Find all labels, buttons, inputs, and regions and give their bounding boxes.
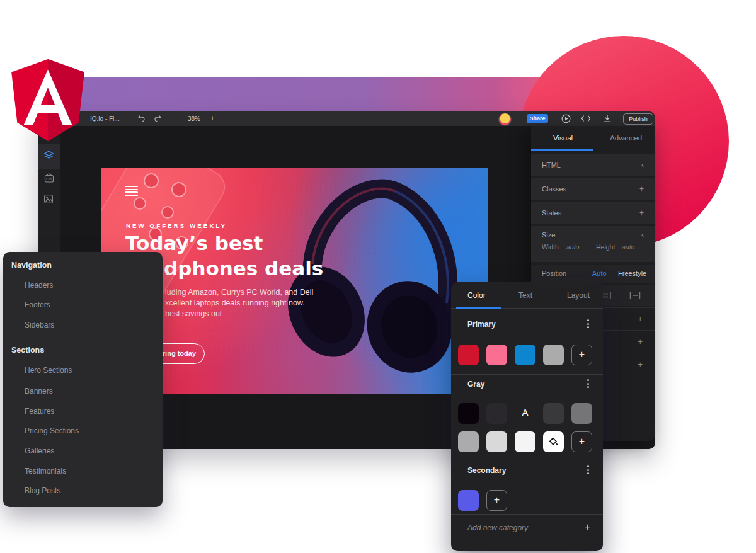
position-row: Position Auto Freestyle	[531, 265, 655, 283]
nav-item-galleries[interactable]: Galleries	[25, 447, 54, 455]
section-classes[interactable]: Classes +	[531, 178, 655, 200]
section-html[interactable]: HTML ‹	[531, 154, 655, 176]
color-swatch[interactable]	[543, 403, 564, 424]
artwork-stage: IQ.io - Fi... − 38% + Share Publish	[0, 0, 756, 553]
nav-item-footers[interactable]: Footers	[25, 300, 50, 309]
color-swatch[interactable]	[458, 490, 479, 511]
add-category-label[interactable]: Add new category	[467, 523, 528, 532]
height-label: Height	[596, 243, 615, 251]
nav-item-sidebars[interactable]: Sidebars	[25, 321, 54, 329]
color-swatch[interactable]	[515, 345, 536, 365]
components-navigation-panel: Navigation Headers Footers Sidebars Sect…	[3, 252, 163, 507]
nav-item-banners[interactable]: Banners	[25, 387, 53, 396]
add-color-button[interactable]: +	[571, 345, 592, 365]
position-auto-option[interactable]: Auto	[592, 270, 607, 277]
add-icon[interactable]: +	[638, 337, 643, 346]
color-swatch[interactable]	[458, 431, 479, 452]
tab-visual[interactable]: Visual	[553, 134, 573, 142]
layers-icon[interactable]	[43, 150, 54, 161]
collapse-chevron-icon[interactable]: ‹	[641, 232, 644, 238]
primary-swatch-row: +	[458, 345, 592, 365]
zoom-in-button[interactable]: +	[210, 114, 214, 122]
angular-logo	[8, 52, 88, 148]
window-title: IQ.io - Fi...	[90, 115, 120, 122]
preview-play-icon[interactable]	[561, 114, 571, 123]
css-assets-icon[interactable]: CSS	[43, 173, 55, 183]
nav-item-hero-sections[interactable]: Hero Sections	[25, 366, 72, 375]
section-states[interactable]: States +	[531, 202, 655, 224]
add-color-button[interactable]: +	[486, 490, 507, 511]
fill-bucket-swatch[interactable]	[543, 431, 564, 452]
tab-layout[interactable]: Layout	[567, 291, 590, 300]
color-swatch[interactable]	[543, 345, 564, 365]
nav-group-title: Navigation	[11, 261, 52, 270]
hero-body-line: luding Amazon, Currys PC World, and Dell	[165, 287, 313, 298]
nav-item-testimonials[interactable]: Testimonials	[25, 467, 66, 476]
tab-text[interactable]: Text	[518, 291, 532, 300]
align-left-icon[interactable]	[602, 291, 613, 300]
collapse-chevron-icon[interactable]: ‹	[641, 162, 644, 168]
hamburger-menu-icon[interactable]	[125, 186, 138, 197]
kebab-menu-icon[interactable]	[587, 319, 590, 330]
category-primary: Primary	[467, 320, 496, 329]
color-swatch[interactable]	[486, 431, 507, 452]
hero-body-text: luding Amazon, Currys PC World, and Dell…	[165, 287, 313, 319]
category-gray: Gray	[467, 380, 484, 389]
nav-item-headers[interactable]: Headers	[25, 281, 53, 290]
add-color-button[interactable]: +	[571, 431, 592, 452]
add-icon[interactable]: +	[639, 208, 644, 217]
window-toolbar: IQ.io - Fi... − 38% + Share Publish	[38, 111, 655, 126]
nav-item-pricing-sections[interactable]: Pricing Sections	[25, 426, 79, 435]
hero-body-line: xcellent laptops deals running right now…	[165, 298, 313, 309]
width-value[interactable]: auto	[566, 243, 579, 251]
color-swatch[interactable]	[458, 345, 479, 365]
download-icon[interactable]	[603, 114, 612, 123]
tab-advanced[interactable]: Advanced	[610, 134, 642, 142]
color-swatch[interactable]	[458, 403, 479, 424]
zoom-level: 38%	[188, 115, 200, 122]
angular-shield-icon	[8, 52, 88, 148]
color-swatch[interactable]	[486, 345, 507, 365]
user-avatar[interactable]	[498, 113, 512, 126]
svg-text:CSS: CSS	[46, 178, 52, 181]
hero-body-line: best savings out	[165, 309, 313, 319]
redo-icon[interactable]	[154, 115, 162, 122]
width-label: Width	[542, 243, 559, 251]
color-swatch[interactable]	[515, 431, 536, 452]
position-freestyle-option[interactable]: Freestyle	[618, 270, 646, 277]
color-swatch[interactable]	[486, 403, 507, 424]
image-asset-icon[interactable]	[43, 194, 54, 204]
section-label: Classes	[542, 185, 566, 193]
divider	[451, 374, 603, 375]
section-size[interactable]: Size ‹ Width auto Height auto	[531, 226, 655, 262]
align-distribute-icon[interactable]	[629, 291, 641, 300]
zoom-out-button[interactable]: −	[176, 114, 180, 122]
color-swatch[interactable]	[571, 403, 592, 424]
add-icon[interactable]: +	[639, 185, 644, 193]
active-tab-underline	[531, 149, 593, 151]
height-value[interactable]: auto	[622, 243, 634, 251]
hero-headline-line2: dphones deals	[164, 257, 323, 280]
divider	[451, 514, 603, 515]
share-button[interactable]: Share	[527, 114, 548, 123]
tab-color[interactable]: Color	[467, 291, 486, 300]
kebab-menu-icon[interactable]	[587, 465, 590, 476]
add-category-plus-icon[interactable]: +	[585, 522, 590, 533]
gray-swatch-row-1: A	[458, 403, 592, 424]
divider	[451, 460, 603, 460]
text-swatch-letter: A	[522, 407, 528, 418]
section-label: States	[542, 209, 561, 217]
undo-icon[interactable]	[137, 115, 146, 122]
add-icon[interactable]: +	[638, 314, 643, 324]
publish-button[interactable]: Publish	[623, 113, 653, 125]
nav-group-title: Sections	[11, 346, 44, 355]
text-style-swatch[interactable]: A	[515, 403, 536, 424]
nav-item-blog-posts[interactable]: Blog Posts	[25, 486, 60, 495]
section-label: Size	[542, 231, 555, 239]
kebab-menu-icon[interactable]	[587, 379, 590, 390]
hero-headline-line1: Today’s best	[125, 232, 263, 254]
color-panel: Color Text Layout Primary + Gray A	[451, 282, 603, 551]
add-icon[interactable]: +	[638, 360, 643, 369]
code-icon[interactable]	[581, 115, 591, 122]
nav-item-features[interactable]: Features	[25, 407, 54, 416]
